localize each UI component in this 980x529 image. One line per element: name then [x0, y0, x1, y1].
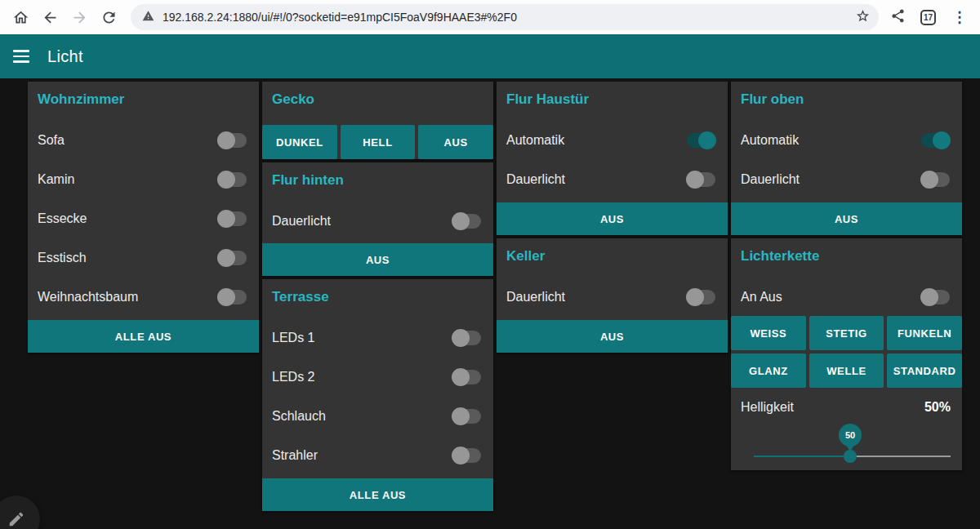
home-icon — [12, 9, 29, 26]
card-wohnzimmer: Wohnzimmer Sofa Kamin Essecke Esstisch W… — [28, 82, 259, 353]
browser-menu-icon[interactable]: ⋮ — [951, 10, 969, 24]
toggle-switch-essecke[interactable] — [217, 209, 247, 229]
aus-button[interactable]: AUS — [497, 320, 728, 353]
share-button[interactable] — [890, 8, 906, 27]
toggle-label: Sofa — [38, 133, 65, 148]
toggle-row: Esstisch — [28, 238, 259, 278]
column-4: Flur oben Automatik Dauerlicht AUS Licht… — [731, 82, 962, 529]
toggle-label: Dauerlicht — [741, 172, 800, 187]
forward-button[interactable] — [65, 3, 93, 31]
glanz-button[interactable]: GLANZ — [731, 353, 806, 388]
group-title: Flur hinten — [262, 162, 493, 190]
slider-bubble: 50 — [839, 424, 862, 447]
toggle-row: Dauerlicht — [497, 160, 728, 199]
group-title: Lichterkette — [731, 238, 962, 266]
page-title: Licht — [47, 47, 83, 66]
toggle-row: Essecke — [28, 199, 259, 238]
toggle-label: Strahler — [272, 448, 318, 463]
toggle-label: Kamin — [38, 172, 74, 187]
aus-button[interactable]: AUS — [418, 125, 493, 159]
toggle-label: Esstisch — [38, 251, 87, 265]
standard-button[interactable]: STANDARD — [887, 353, 962, 388]
card-flur-oben: Flur oben Automatik Dauerlicht AUS — [731, 82, 962, 235]
toggle-label: Automatik — [741, 133, 799, 148]
hell-button[interactable]: HELL — [341, 125, 416, 159]
toggle-label: LEDs 2 — [272, 370, 314, 385]
toggle-switch-automatik[interactable] — [920, 131, 951, 150]
tab-counter[interactable]: 17 — [920, 10, 936, 25]
toggle-switch-kamin[interactable] — [217, 170, 247, 189]
aus-button[interactable]: AUS — [497, 202, 728, 235]
stetig-button[interactable]: STETIG — [809, 316, 884, 350]
funkeln-button[interactable]: FUNKELN — [887, 316, 962, 350]
toggle-switch-esstisch[interactable] — [217, 248, 247, 268]
alle-aus-button[interactable]: ALLE AUS — [262, 478, 493, 511]
back-arrow-icon — [42, 9, 59, 26]
toggle-switch-leds1[interactable] — [452, 328, 482, 348]
toggle-switch-sofa[interactable] — [217, 131, 247, 150]
toggle-row: Dauerlicht — [731, 160, 962, 199]
toggle-switch-an-aus[interactable] — [920, 287, 951, 307]
toggle-row: Strahler — [262, 436, 493, 475]
toggle-label: Schlauch — [272, 409, 326, 424]
slider-thumb[interactable] — [844, 450, 857, 463]
reload-button[interactable] — [95, 3, 122, 31]
app-header: Licht — [0, 34, 980, 78]
toggle-switch-strahler[interactable] — [452, 446, 482, 465]
column-3: Flur Haustür Automatik Dauerlicht AUS Ke… — [497, 82, 728, 529]
toggle-switch-dauerlicht[interactable] — [686, 287, 716, 307]
aus-button[interactable]: AUS — [731, 202, 962, 235]
card-terrasse: Terrasse LEDs 1 LEDs 2 Schlauch Strahler… — [262, 279, 493, 511]
slider-value: 50% — [924, 400, 951, 415]
card-gecko: Gecko DUNKEL HELL AUS — [262, 82, 493, 159]
reload-icon — [100, 9, 118, 26]
group-title: Gecko — [262, 82, 493, 109]
card-flur-hinten: Flur hinten Dauerlicht AUS — [262, 162, 493, 276]
toggle-label: LEDs 1 — [272, 331, 314, 345]
toggle-label: Automatik — [506, 133, 564, 148]
toggle-switch-dauerlicht[interactable] — [686, 170, 716, 189]
toggle-switch-dauerlicht[interactable] — [920, 170, 951, 189]
toggle-row: Automatik — [497, 121, 728, 160]
toggle-label: Dauerlicht — [506, 290, 565, 305]
toggle-row: Dauerlicht — [262, 202, 493, 241]
group-title: Flur Haustür — [497, 82, 728, 109]
toggle-label: Essecke — [38, 211, 87, 226]
card-lichterkette: Lichterkette An Aus WEISS STETIG FUNKELN… — [731, 238, 962, 470]
toggle-row: An Aus — [731, 278, 962, 316]
group-title: Terrasse — [262, 279, 493, 307]
slider-fill — [754, 456, 850, 457]
bookmark-star-icon[interactable] — [855, 8, 871, 27]
dashboard: Wohnzimmer Sofa Kamin Essecke Esstisch W… — [0, 78, 980, 529]
toggle-label: Dauerlicht — [272, 214, 331, 229]
toggle-row: Sofa — [28, 121, 259, 160]
toggle-switch-leds2[interactable] — [452, 367, 482, 387]
menu-icon[interactable] — [13, 50, 29, 63]
browser-toolbar: 192.168.2.24:1880/ui/#!/0?socketid=e91mp… — [0, 0, 980, 34]
welle-button[interactable]: WELLE — [809, 353, 884, 388]
column-2: Gecko DUNKEL HELL AUS Flur hinten Dauerl… — [262, 82, 493, 529]
aus-button[interactable]: AUS — [262, 243, 493, 276]
toggle-row: Weihnachtsbaum — [28, 278, 259, 317]
toggle-switch-automatik[interactable] — [686, 131, 716, 150]
share-icon — [890, 8, 906, 24]
toggle-switch-weihnachtsbaum[interactable] — [217, 287, 247, 307]
group-title: Wohnzimmer — [28, 82, 259, 109]
toggle-label: Weihnachtsbaum — [38, 290, 138, 305]
toggle-switch-dauerlicht[interactable] — [452, 211, 482, 231]
toggle-row: Kamin — [28, 160, 259, 199]
slider-label: Helligkeit — [741, 400, 794, 415]
pencil-icon — [7, 510, 25, 528]
toggle-row: Automatik — [731, 121, 962, 160]
alle-aus-button[interactable]: ALLE AUS — [28, 320, 259, 353]
url-text[interactable]: 192.168.2.24:1880/ui/#!/0?socketid=e91mp… — [163, 11, 855, 24]
weiss-button[interactable]: WEISS — [731, 316, 806, 350]
not-secure-warning-icon[interactable] — [142, 10, 163, 25]
toggle-switch-schlauch[interactable] — [452, 407, 482, 426]
brightness-slider[interactable]: 50 — [754, 425, 951, 467]
home-button[interactable] — [7, 3, 34, 31]
toggle-row: Schlauch — [262, 397, 493, 436]
url-bar[interactable]: 192.168.2.24:1880/ui/#!/0?socketid=e91mp… — [131, 4, 879, 30]
back-button[interactable] — [36, 3, 64, 31]
dunkel-button[interactable]: DUNKEL — [262, 125, 337, 159]
